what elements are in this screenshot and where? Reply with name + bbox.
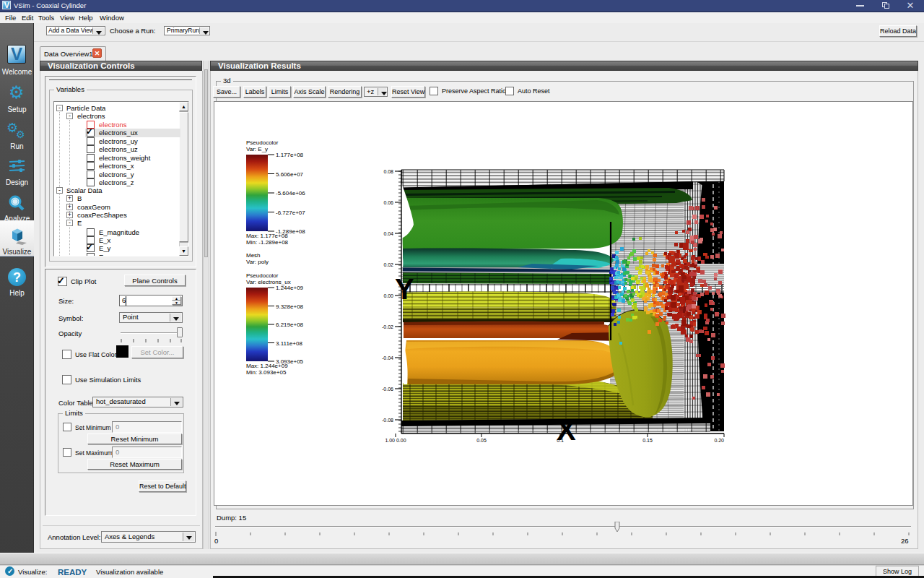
- svg-text:0.08: 0.08: [383, 169, 393, 174]
- svg-text:0.20: 0.20: [714, 438, 724, 443]
- svg-text:Var: poly: Var: poly: [246, 259, 269, 265]
- svg-text:-0.06: -0.06: [382, 387, 393, 392]
- svg-text:Pseudocolor: Pseudocolor: [246, 139, 279, 146]
- svg-text:-0.08: -0.08: [382, 418, 393, 423]
- svg-text:0.15: 0.15: [642, 438, 653, 443]
- svg-text:Min: 3.093e+05: Min: 3.093e+05: [246, 369, 287, 376]
- svg-text:1.177e+08: 1.177e+08: [276, 152, 304, 158]
- svg-text:Max: 1.244e+09: Max: 1.244e+09: [246, 363, 288, 369]
- svg-text:-0.02: -0.02: [382, 324, 393, 329]
- svg-text:Mesh: Mesh: [246, 252, 261, 259]
- svg-text:-5.604e+06: -5.604e+06: [276, 190, 305, 197]
- svg-text:Var: E_y: Var: E_y: [246, 146, 268, 152]
- svg-text:Pseudocolor: Pseudocolor: [246, 272, 279, 279]
- svg-text:0.02: 0.02: [383, 262, 393, 267]
- svg-text:-6.727e+07: -6.727e+07: [276, 210, 305, 216]
- svg-text:3.111e+08: 3.111e+08: [276, 340, 302, 347]
- svg-text:6.219e+08: 6.219e+08: [276, 322, 304, 328]
- svg-text:Max: 1.177e+08: Max: 1.177e+08: [246, 233, 288, 239]
- svg-text:X: X: [557, 414, 576, 446]
- svg-text:1.00 0.00: 1.00 0.00: [385, 438, 406, 443]
- svg-text:Min: -1.289e+08: Min: -1.289e+08: [246, 239, 289, 246]
- svg-text:0.04: 0.04: [383, 231, 393, 236]
- svg-text:1.244e+09: 1.244e+09: [276, 285, 304, 291]
- svg-text:0.05: 0.05: [476, 438, 487, 443]
- svg-text:5.606e+07: 5.606e+07: [276, 171, 304, 178]
- svg-text:0.00: 0.00: [383, 293, 393, 298]
- svg-text:Y: Y: [395, 273, 414, 305]
- svg-text:0.06: 0.06: [383, 200, 393, 205]
- svg-text:9.328e+08: 9.328e+08: [276, 303, 304, 310]
- svg-text:-0.04: -0.04: [382, 355, 393, 361]
